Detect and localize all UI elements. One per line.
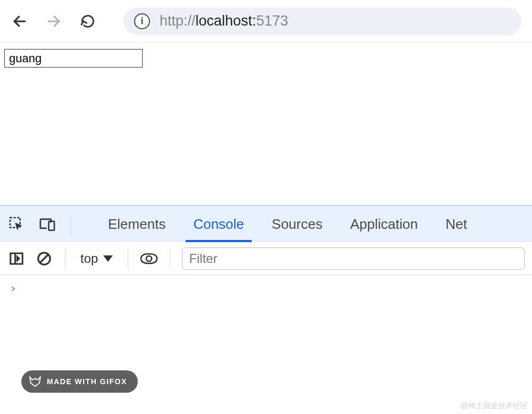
svg-point-8 [146, 256, 152, 261]
inspect-element-icon[interactable] [7, 215, 26, 233]
gifox-label: MADE WITH GIFOX [47, 377, 127, 386]
devtools-panel: Elements Console Sources Application Net… [0, 205, 532, 301]
url-prefix: http:// [160, 13, 196, 29]
console-toolbar: top [0, 242, 532, 275]
browser-nav-bar: i http://localhost:5173 [0, 0, 532, 43]
url-host: localhost: [196, 13, 256, 29]
page-viewport [0, 43, 532, 205]
device-toolbar-icon[interactable] [38, 215, 56, 233]
live-expression-icon[interactable] [140, 250, 158, 268]
toggle-sidebar-icon[interactable] [7, 250, 26, 268]
watermark-text: @稀土掘金技术社区 [461, 401, 528, 411]
toolbar-separator [65, 249, 65, 269]
toolbar-separator [128, 249, 128, 269]
chevron-down-icon [103, 255, 113, 262]
site-info-icon[interactable]: i [134, 13, 150, 29]
page-text-input[interactable] [4, 49, 143, 68]
context-label: top [80, 251, 98, 266]
fox-icon [29, 376, 41, 387]
console-prompt: › [10, 281, 16, 295]
back-button[interactable] [11, 12, 29, 30]
url-text: http://localhost:5173 [160, 13, 288, 29]
filter-input[interactable] [182, 247, 525, 270]
svg-line-7 [40, 254, 48, 262]
tab-separator [70, 213, 71, 235]
tab-sources[interactable]: Sources [264, 206, 330, 242]
tab-console[interactable]: Console [186, 206, 251, 242]
clear-console-icon[interactable] [35, 250, 53, 268]
toolbar-separator [170, 249, 170, 269]
address-bar[interactable]: i http://localhost:5173 [123, 7, 521, 35]
devtools-tab-bar: Elements Console Sources Application Net [0, 206, 532, 242]
tab-application[interactable]: Application [343, 206, 425, 242]
gifox-badge: MADE WITH GIFOX [21, 370, 138, 393]
reload-button[interactable] [79, 12, 97, 30]
tab-network[interactable]: Net [438, 206, 474, 242]
tab-elements[interactable]: Elements [101, 206, 173, 242]
console-output[interactable]: › [0, 275, 532, 301]
url-port: 5173 [256, 13, 288, 29]
forward-button[interactable] [45, 12, 63, 30]
execution-context-selector[interactable]: top [77, 251, 116, 266]
